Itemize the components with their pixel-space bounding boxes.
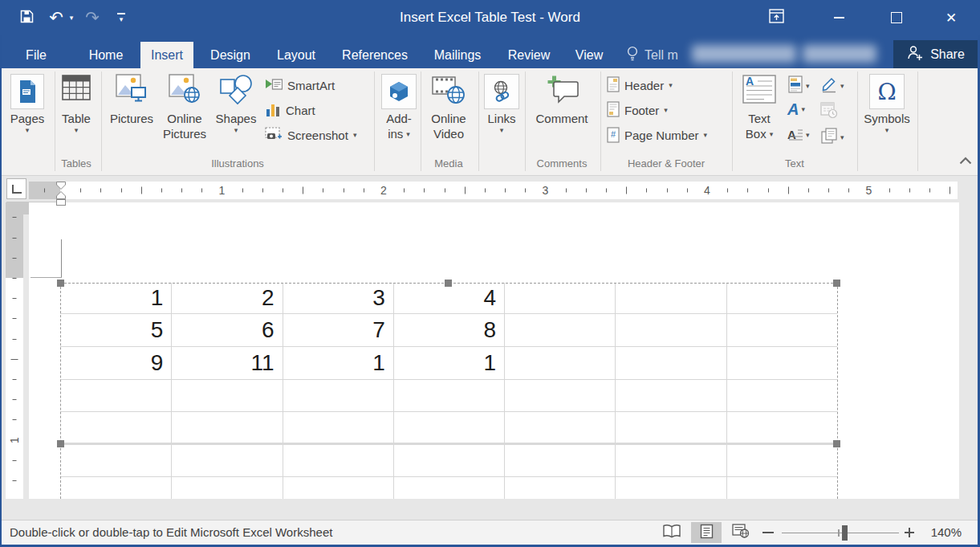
table-gridline — [615, 283, 616, 499]
tab-references[interactable]: References — [331, 42, 418, 68]
tab-file[interactable]: File — [15, 42, 57, 68]
group-separator — [478, 71, 479, 171]
online-video-button[interactable]: Online Video — [424, 71, 474, 141]
ruler-tick — [525, 189, 526, 193]
group-label-illustrations: Illustrations — [211, 157, 264, 169]
account-name-blurred[interactable] — [692, 45, 796, 63]
tab-design[interactable]: Design — [200, 42, 261, 68]
web-layout-button[interactable] — [726, 522, 756, 543]
group-separator — [732, 71, 733, 171]
add-ins-dropdown-arrow: ▾ — [406, 130, 410, 138]
ruler-tick — [44, 189, 45, 193]
table-cell: 3 — [286, 283, 385, 313]
text-box-label-2: Box — [746, 126, 767, 141]
table-cell: 4 — [396, 283, 496, 313]
chart-label: Chart — [286, 104, 315, 117]
ruler-tick — [485, 189, 486, 193]
shapes-button[interactable]: Shapes ▾ — [212, 71, 260, 134]
header-button[interactable]: Header ▾ — [607, 75, 673, 96]
resize-handle-top-center[interactable] — [445, 280, 452, 287]
indent-markers[interactable] — [55, 182, 67, 208]
page-number-label: Page Number — [624, 129, 699, 142]
smartart-button[interactable]: SmartArt — [265, 75, 335, 96]
print-layout-button[interactable] — [691, 522, 722, 543]
ruler-tick — [768, 189, 769, 193]
close-button[interactable]: ✕ — [937, 0, 965, 35]
tab-stop-selector[interactable] — [6, 178, 26, 199]
minimize-button[interactable] — [825, 0, 852, 35]
comment-button[interactable]: Comment — [528, 71, 596, 126]
maximize-button[interactable] — [883, 0, 910, 35]
tab-view[interactable]: View — [565, 42, 613, 68]
footer-button[interactable]: Footer ▾ — [607, 100, 668, 120]
embedded-excel-worksheet[interactable]: 1234567891111 — [60, 283, 837, 499]
share-button[interactable]: Share — [893, 40, 978, 68]
header-label: Header — [624, 79, 664, 92]
quick-parts-button[interactable]: ▾ — [787, 76, 810, 96]
table-cell: 7 — [286, 313, 385, 346]
signature-line-button[interactable]: ▾ — [820, 76, 844, 96]
resize-handle-top-right[interactable] — [833, 280, 840, 287]
resize-handle-top-left[interactable] — [57, 280, 64, 287]
symbols-button[interactable]: Ω Symbols ▾ — [862, 71, 912, 134]
footer-label: Footer — [624, 104, 659, 117]
selection-border-right — [837, 283, 838, 499]
footer-icon — [607, 101, 620, 120]
date-time-button[interactable] — [820, 101, 838, 122]
table-cell: 5 — [63, 313, 163, 346]
drop-cap-button[interactable]: A ▾ — [787, 127, 810, 143]
horizontal-ruler: 12345 — [29, 182, 958, 199]
pages-button[interactable]: Pages ▾ — [5, 71, 50, 134]
wordart-button[interactable]: A ▾ — [787, 101, 805, 117]
tell-me-box[interactable]: Tell m — [626, 42, 678, 68]
screenshot-dropdown-arrow: ▾ — [353, 131, 357, 139]
zoom-level[interactable]: 140% — [920, 520, 962, 545]
online-pictures-button[interactable]: Online Pictures — [160, 71, 209, 141]
object-button[interactable]: ▾ — [820, 127, 844, 148]
ruler-tick — [465, 187, 466, 194]
text-box-button[interactable]: A Text Box ▾ — [737, 71, 782, 141]
date-time-icon — [820, 101, 838, 122]
collapse-ribbon-button[interactable] — [957, 153, 974, 168]
zoom-slider-track[interactable] — [782, 533, 899, 533]
online-video-icon — [432, 74, 466, 108]
resize-handle-middle-right[interactable] — [833, 440, 840, 447]
comment-label: Comment — [528, 111, 596, 126]
zoom-out-button[interactable] — [762, 532, 774, 533]
word-window: ↶ ▾ ↷ ▾ Insert Excel Table Test - Word ✕… — [0, 0, 980, 547]
group-separator — [421, 71, 421, 171]
table-cell: 8 — [396, 313, 496, 346]
lightbulb-icon — [626, 45, 639, 66]
account-name-blurred-2[interactable] — [803, 45, 876, 63]
tab-insert[interactable]: Insert — [140, 42, 193, 68]
tab-mailings[interactable]: Mailings — [424, 42, 492, 68]
table-button[interactable]: Table ▾ — [56, 71, 96, 134]
tab-home[interactable]: Home — [79, 42, 134, 68]
drop-cap-dropdown-arrow: ▾ — [806, 131, 810, 139]
resize-handle-middle-left[interactable] — [57, 440, 64, 447]
add-ins-button[interactable]: Add- ins ▾ — [377, 71, 421, 141]
footer-dropdown-arrow: ▾ — [664, 106, 668, 114]
ruler-tick — [13, 339, 17, 340]
pictures-button[interactable]: Pictures — [105, 71, 158, 126]
ribbon-display-options-button[interactable] — [762, 0, 790, 35]
symbols-label: Symbols — [862, 111, 912, 126]
chart-button[interactable]: Chart — [265, 100, 315, 120]
tab-review[interactable]: Review — [498, 42, 560, 68]
tab-layout[interactable]: Layout — [266, 42, 326, 68]
ruler-tick — [13, 399, 17, 400]
links-button[interactable]: Links ▾ — [482, 71, 522, 134]
screenshot-button[interactable]: Screenshot ▾ — [265, 125, 356, 145]
page-number-button[interactable]: # Page Number ▾ — [607, 125, 707, 145]
ruler-tick — [13, 460, 17, 461]
ruler-tick — [889, 189, 890, 193]
zoom-in-button[interactable] — [904, 527, 915, 541]
zoom-slider-thumb[interactable] — [842, 525, 848, 541]
chart-icon — [265, 102, 281, 119]
table-gridline — [726, 283, 727, 499]
ruler-number: 1 — [6, 437, 22, 443]
ruler-tick — [121, 189, 122, 193]
pictures-label: Pictures — [105, 111, 158, 126]
table-gridline — [60, 379, 837, 380]
read-mode-button[interactable] — [657, 522, 687, 543]
